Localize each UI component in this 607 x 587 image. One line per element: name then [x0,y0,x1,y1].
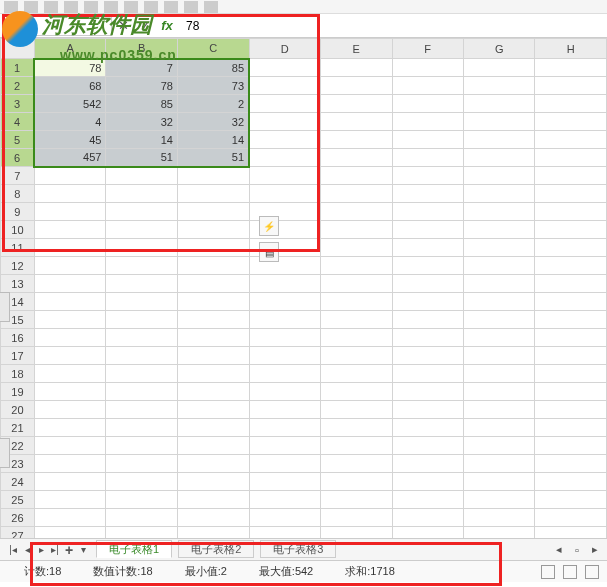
cell[interactable] [321,509,392,527]
cell[interactable] [106,419,178,437]
cell[interactable] [535,149,607,167]
cell[interactable] [106,455,178,473]
name-box[interactable] [2,16,112,36]
toolbar-icon[interactable] [24,1,38,13]
select-all-corner[interactable] [1,39,35,59]
cell[interactable] [249,149,320,167]
cell[interactable] [321,437,392,455]
cell[interactable] [463,59,534,77]
cell[interactable] [463,203,534,221]
toolbar-icon[interactable] [124,1,138,13]
toolbar-icon[interactable] [4,1,18,13]
cell[interactable] [392,257,463,275]
cell[interactable] [392,491,463,509]
cell[interactable] [106,527,178,539]
cell[interactable]: 85 [177,59,249,77]
cell[interactable] [463,113,534,131]
insert-chart-icon[interactable]: ▤ [259,242,279,262]
tab-nav-prev-icon[interactable]: ◂ [20,542,34,558]
cell[interactable] [392,77,463,95]
cell[interactable] [34,509,106,527]
cell[interactable] [535,77,607,95]
cell[interactable] [463,401,534,419]
row-header[interactable]: 13 [1,275,35,293]
cell[interactable] [392,455,463,473]
cell[interactable] [535,527,607,539]
cell[interactable] [535,455,607,473]
cell[interactable] [535,347,607,365]
cell[interactable] [177,527,249,539]
row-header[interactable]: 24 [1,473,35,491]
cell[interactable]: 4 [34,113,106,131]
cell[interactable] [463,221,534,239]
cell[interactable] [321,77,392,95]
cell[interactable] [463,293,534,311]
cell[interactable] [177,455,249,473]
cell[interactable] [34,329,106,347]
cell[interactable] [463,95,534,113]
cell[interactable] [249,383,320,401]
cell[interactable] [321,527,392,539]
cell[interactable] [106,203,178,221]
cell[interactable]: 73 [177,77,249,95]
cell[interactable] [463,311,534,329]
column-header[interactable]: G [463,39,534,59]
cell[interactable] [463,329,534,347]
cell[interactable] [106,221,178,239]
cell[interactable] [34,275,106,293]
cell[interactable] [535,275,607,293]
toolbar-icon[interactable] [84,1,98,13]
add-sheet-icon[interactable]: + [62,542,76,558]
cell[interactable] [463,77,534,95]
cell[interactable] [321,203,392,221]
sheet-tab[interactable]: 电子表格3 [260,540,336,558]
cell[interactable] [321,383,392,401]
cell[interactable] [106,491,178,509]
cell[interactable] [321,347,392,365]
cell[interactable] [34,527,106,539]
cell[interactable] [392,293,463,311]
toolbar-icon[interactable] [44,1,58,13]
cell[interactable] [392,185,463,203]
cell[interactable] [321,455,392,473]
cell[interactable] [34,365,106,383]
cell[interactable] [177,491,249,509]
cell[interactable]: 14 [106,131,178,149]
cell[interactable] [535,509,607,527]
fx-icon[interactable]: fx [156,16,178,36]
confirm-edit-icon[interactable]: ✓ [134,16,156,36]
cell[interactable] [177,185,249,203]
view-normal-icon[interactable] [541,565,555,579]
cell[interactable] [106,365,178,383]
cell[interactable] [106,383,178,401]
cell[interactable] [106,293,178,311]
cell[interactable] [249,113,320,131]
cell[interactable] [463,527,534,539]
cell[interactable] [177,473,249,491]
row-header[interactable]: 20 [1,401,35,419]
cell[interactable] [463,419,534,437]
cell[interactable] [321,419,392,437]
view-pagelayout-icon[interactable] [563,565,577,579]
cell[interactable] [106,185,178,203]
cell[interactable] [177,257,249,275]
cell[interactable] [177,365,249,383]
cell[interactable] [535,365,607,383]
cell[interactable]: 7 [106,59,178,77]
cell[interactable] [249,185,320,203]
row-header[interactable]: 16 [1,329,35,347]
column-header[interactable]: D [249,39,320,59]
cell[interactable] [392,275,463,293]
cell[interactable] [392,329,463,347]
cell[interactable] [34,203,106,221]
tab-nav-first-icon[interactable]: |◂ [6,542,20,558]
cell[interactable] [249,365,320,383]
cell[interactable] [392,347,463,365]
cell[interactable] [392,473,463,491]
cell[interactable] [392,113,463,131]
cell[interactable] [106,509,178,527]
cell[interactable] [177,293,249,311]
cell[interactable]: 457 [34,149,106,167]
cell[interactable] [392,311,463,329]
cell[interactable]: 32 [106,113,178,131]
